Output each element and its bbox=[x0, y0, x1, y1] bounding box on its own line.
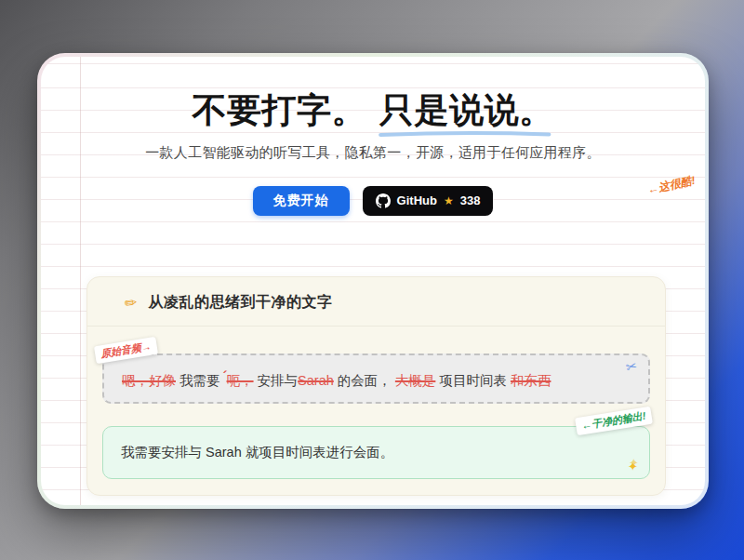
scissors-icon: ✂ bbox=[625, 359, 639, 375]
raw-transcript-box: 嗯，好像 我需要 ´呃， 安排与Sarah 的会面， 大概是 项目时间表 和东西… bbox=[102, 353, 650, 404]
raw-transcript-text: 嗯，好像 我需要 ´呃， 安排与Sarah 的会面， 大概是 项目时间表 和东西 bbox=[122, 367, 551, 390]
kept-segment: 我需要 bbox=[176, 373, 224, 388]
github-star-count: 338 bbox=[460, 193, 481, 207]
pencil-icon: ✏ bbox=[124, 295, 139, 312]
clean-output-box: 我需要安排与 Sarah 就项目时间表进行会面。 ✦ bbox=[102, 426, 650, 479]
hero-subtitle: 一款人工智能驱动的听写工具，隐私第一，开源，适用于任何应用程序。 bbox=[41, 144, 705, 162]
hero-section: 不要打字。只是说说。 ←这很酷! 一款人工智能驱动的听写工具，隐私第一，开源，适… bbox=[41, 92, 705, 216]
get-started-button[interactable]: 免费开始 bbox=[253, 186, 350, 216]
kept-segment: 安排与 bbox=[254, 373, 299, 388]
struck-segment: 嗯，好像 bbox=[122, 373, 176, 388]
page-title: 不要打字。只是说说。 bbox=[41, 92, 705, 130]
sparkles-icon: ✦ bbox=[628, 460, 638, 473]
star-icon: ★ bbox=[444, 195, 454, 207]
clean-output-section: ←干净的输出! 我需要安排与 Sarah 就项目时间表进行会面。 ✦ bbox=[102, 426, 650, 479]
hand-underline-decoration bbox=[378, 130, 552, 138]
title-part-2-text: 只是说说。 bbox=[379, 91, 554, 129]
demo-header: ✏ 从凌乱的思绪到干净的文字 bbox=[87, 277, 665, 327]
raw-audio-section: 原始音频→ 嗯，好像 我需要 ´呃， 安排与Sarah 的会面， 大概是 项目时… bbox=[102, 353, 650, 404]
desktop-background: 不要打字。只是说说。 ←这很酷! 一款人工智能驱动的听写工具，隐私第一，开源，适… bbox=[0, 0, 744, 560]
demo-title: 从凌乱的思绪到干净的文字 bbox=[148, 293, 332, 313]
struck-segment: 呃， bbox=[227, 373, 254, 388]
kept-segment: 的会面， bbox=[334, 373, 395, 388]
struck-segment: 大概是 bbox=[395, 373, 436, 388]
demo-card: ✏ 从凌乱的思绪到干净的文字 原始音频→ 嗯，好像 我需要 ´呃， 安排与Sar… bbox=[86, 276, 666, 496]
github-icon bbox=[376, 193, 391, 208]
github-label: GitHub bbox=[397, 193, 437, 207]
landing-page: 不要打字。只是说说。 ←这很酷! 一款人工智能驱动的听写工具，隐私第一，开源，适… bbox=[41, 57, 705, 505]
page-frame: 不要打字。只是说说。 ←这很酷! 一款人工智能驱动的听写工具，隐私第一，开源，适… bbox=[37, 53, 709, 509]
github-button[interactable]: GitHub ★ 338 bbox=[363, 186, 494, 216]
clean-output-text: 我需要安排与 Sarah 就项目时间表进行会面。 bbox=[121, 444, 393, 461]
struck-segment: 和东西 bbox=[511, 373, 551, 388]
struck-segment: Sarah bbox=[298, 373, 334, 388]
kept-segment: 项目时间表 bbox=[435, 373, 511, 388]
title-part-1: 不要打字。 bbox=[193, 91, 367, 129]
title-part-2: 只是说说。 bbox=[379, 92, 554, 130]
cta-row: 免费开始 GitHub ★ 338 bbox=[41, 186, 705, 216]
